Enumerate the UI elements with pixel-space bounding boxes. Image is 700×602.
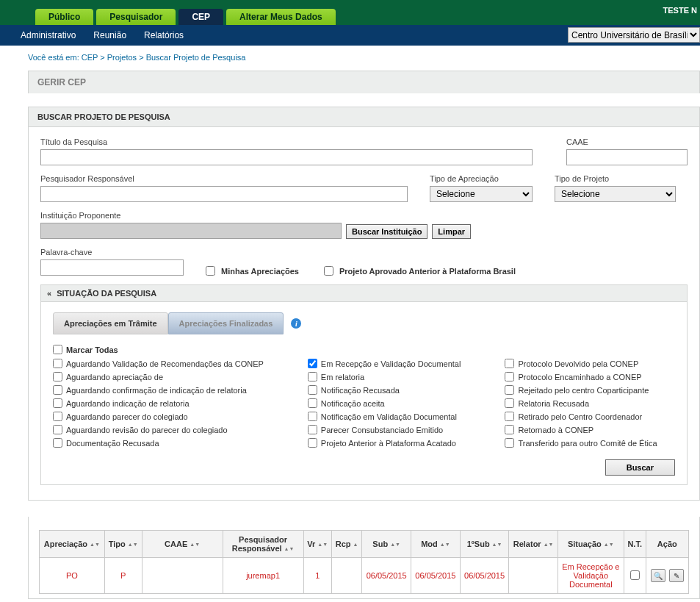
palavra-input[interactable] bbox=[40, 259, 184, 276]
magnifier-icon: 🔍 bbox=[654, 572, 663, 580]
pencil-icon: ✎ bbox=[674, 572, 679, 580]
th-rcp[interactable]: Rcp▲ bbox=[331, 531, 361, 558]
limpar-button[interactable]: Limpar bbox=[432, 224, 471, 239]
chk-label: Notificação Recusada bbox=[321, 386, 400, 395]
cell-nt bbox=[624, 558, 646, 594]
content-area: Você está em: CEP > Projetos > Buscar Pr… bbox=[0, 46, 700, 599]
chk-aguard-apreciacao[interactable] bbox=[53, 372, 62, 381]
chk-label: Retornado à CONEP bbox=[518, 426, 593, 434]
sort-icon: ▲ bbox=[353, 542, 358, 547]
chk-label: Aguardando parecer do colegiado bbox=[66, 412, 188, 421]
search-panel-body: Título da Pesquisa CAAE Pesquisador Resp… bbox=[28, 127, 700, 501]
edit-action-button[interactable]: ✎ bbox=[669, 569, 684, 582]
chk-aguard-indicacao[interactable] bbox=[53, 398, 62, 408]
chk-col-2: Em Recepção e Validação Documental Em re… bbox=[308, 359, 461, 448]
th-vr[interactable]: Vr▲▼ bbox=[303, 531, 331, 558]
caae-input[interactable] bbox=[566, 149, 688, 165]
chk-notif-validacao[interactable] bbox=[308, 412, 317, 421]
cell-tipo: P bbox=[104, 558, 142, 594]
nt-checkbox[interactable] bbox=[630, 570, 640, 580]
chk-aguard-parecer[interactable] bbox=[53, 412, 62, 421]
pesq-resp-label: Pesquisador Responsável bbox=[40, 174, 408, 183]
chk-aguard-validacao-conep[interactable] bbox=[53, 359, 62, 368]
th-sub[interactable]: Sub▲▼ bbox=[362, 531, 411, 558]
tipo-projeto-select[interactable]: Selecione bbox=[555, 186, 676, 202]
chk-label: Aguardando indicação de relatoria bbox=[66, 399, 190, 408]
titulo-input[interactable] bbox=[40, 149, 533, 165]
tab-pesquisador[interactable]: Pesquisador bbox=[96, 9, 176, 25]
menu-relatorios[interactable]: Relatórios bbox=[144, 30, 184, 40]
sort-icon: ▲▼ bbox=[317, 542, 328, 547]
chk-label: Aguardando Validação de Recomendações da… bbox=[66, 359, 264, 368]
chk-doc-recusada[interactable] bbox=[53, 438, 62, 448]
chk-parecer-emitido[interactable] bbox=[308, 425, 317, 434]
sort-icon: ▲▼ bbox=[190, 542, 200, 547]
th-caae[interactable]: CAAE▲▼ bbox=[142, 531, 223, 558]
chk-aguard-revisao[interactable] bbox=[53, 425, 62, 434]
chk-em-recepcao[interactable] bbox=[308, 359, 317, 368]
caae-label: CAAE bbox=[566, 137, 688, 146]
th-tipo[interactable]: Tipo▲▼ bbox=[104, 531, 142, 558]
subtab-finalizadas[interactable]: Apreciações Finalizadas bbox=[168, 312, 284, 334]
chk-prot-devolvido[interactable] bbox=[505, 359, 514, 368]
marcar-todas-label: Marcar Todas bbox=[66, 345, 118, 354]
chk-retornado-conep[interactable] bbox=[505, 425, 514, 434]
situacao-header[interactable]: « SITUAÇÃO DA PESQUISA bbox=[40, 284, 688, 302]
tipo-apreciacao-label: Tipo de Apreciação bbox=[430, 174, 533, 183]
situacao-body: Apreciações em Trâmite Apreciações Final… bbox=[40, 302, 688, 485]
chk-label: Relatoria Recusada bbox=[518, 399, 589, 408]
chk-aguard-confirmacao[interactable] bbox=[53, 385, 62, 395]
chk-notif-recusada[interactable] bbox=[308, 385, 317, 395]
tab-alterar-dados[interactable]: Alterar Meus Dados bbox=[226, 9, 336, 25]
chk-label: Projeto Anterior à Plataforma Acatado bbox=[321, 439, 456, 448]
chk-label: Protocolo Encaminhado a CONEP bbox=[518, 373, 641, 381]
chk-retirado-coord[interactable] bbox=[505, 412, 514, 421]
chk-proj-anterior-acatado[interactable] bbox=[308, 438, 317, 448]
breadcrumb-projetos[interactable]: Projetos bbox=[107, 53, 137, 62]
minhas-apreciacoes-label: Minhas Apreciações bbox=[221, 267, 299, 276]
sort-icon: ▲▼ bbox=[90, 542, 100, 547]
projeto-anterior-label: Projeto Aprovado Anterior à Plataforma B… bbox=[339, 267, 516, 276]
chevron-left-icon: « bbox=[47, 289, 51, 298]
cell-apreciacao: PO bbox=[40, 558, 105, 594]
tab-cep[interactable]: CEP bbox=[178, 9, 223, 25]
menu-administrativo[interactable]: Administrativo bbox=[21, 30, 76, 40]
table-row: PO P juremap1 1 06/05/2015 06/05/2015 06… bbox=[40, 558, 689, 594]
marcar-todas-checkbox[interactable] bbox=[53, 345, 62, 354]
results-table: Apreciação▲▼ Tipo▲▼ CAAE▲▼ Pesquisador R… bbox=[39, 530, 689, 594]
th-sub1[interactable]: 1ºSub▲▼ bbox=[460, 531, 509, 558]
minhas-apreciacoes-checkbox[interactable] bbox=[206, 266, 215, 276]
chk-label: Aguardando confirmação de indicação de r… bbox=[66, 386, 247, 395]
th-situacao[interactable]: Situação▲▼ bbox=[558, 531, 624, 558]
th-relator[interactable]: Relator▲▼ bbox=[509, 531, 558, 558]
cell-rcp bbox=[331, 558, 361, 594]
tipo-apreciacao-select[interactable]: Selecione bbox=[430, 186, 533, 202]
subtab-tramite[interactable]: Apreciações em Trâmite bbox=[53, 312, 168, 334]
cell-acao: 🔍 ✎ bbox=[646, 558, 688, 594]
chk-em-relatoria[interactable] bbox=[308, 372, 317, 381]
chk-transferido[interactable] bbox=[505, 438, 514, 448]
buscar-button[interactable]: Buscar bbox=[605, 459, 675, 476]
chk-notif-aceita[interactable] bbox=[308, 398, 317, 408]
chk-prot-encaminhado[interactable] bbox=[505, 372, 514, 381]
menu-reuniao[interactable]: Reunião bbox=[93, 30, 126, 40]
chk-rejeitado-copart[interactable] bbox=[505, 385, 514, 395]
projeto-anterior-checkbox[interactable] bbox=[324, 266, 333, 276]
sort-icon: ▲▼ bbox=[284, 547, 295, 551]
tab-publico[interactable]: Público bbox=[35, 9, 93, 25]
tipo-projeto-label: Tipo de Projeto bbox=[555, 174, 676, 183]
info-icon[interactable]: i bbox=[291, 318, 301, 329]
breadcrumb-cep[interactable]: CEP bbox=[82, 53, 98, 62]
th-pesq[interactable]: Pesquisador Responsável▲▼ bbox=[223, 531, 303, 558]
chk-relatoria-recusada[interactable] bbox=[505, 398, 514, 408]
panel-title-gerir: GERIR CEP bbox=[28, 71, 700, 93]
view-action-button[interactable]: 🔍 bbox=[651, 569, 665, 582]
chk-label: Em relatoria bbox=[321, 373, 364, 381]
buscar-instituicao-button[interactable]: Buscar Instituição bbox=[346, 224, 427, 239]
breadcrumb-buscar: Buscar Projeto de Pesquisa bbox=[146, 53, 246, 62]
cell-relator bbox=[509, 558, 558, 594]
th-apreciacao[interactable]: Apreciação▲▼ bbox=[40, 531, 105, 558]
pesq-resp-input[interactable] bbox=[40, 186, 408, 202]
th-mod[interactable]: Mod▲▼ bbox=[411, 531, 461, 558]
institution-select[interactable]: Centro Universitário de Brasília bbox=[568, 27, 700, 43]
